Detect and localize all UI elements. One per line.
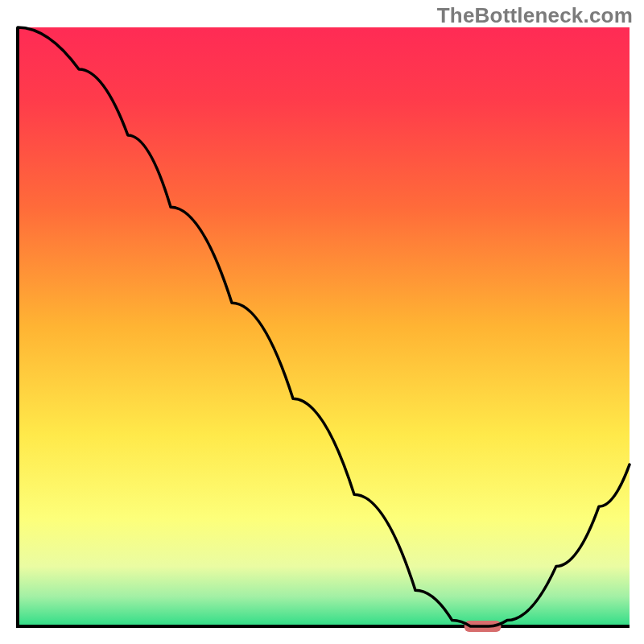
plot-background [18, 27, 630, 626]
bottleneck-chart [0, 0, 644, 644]
chart-container: { "watermark": "TheBottleneck.com", "cha… [0, 0, 644, 644]
